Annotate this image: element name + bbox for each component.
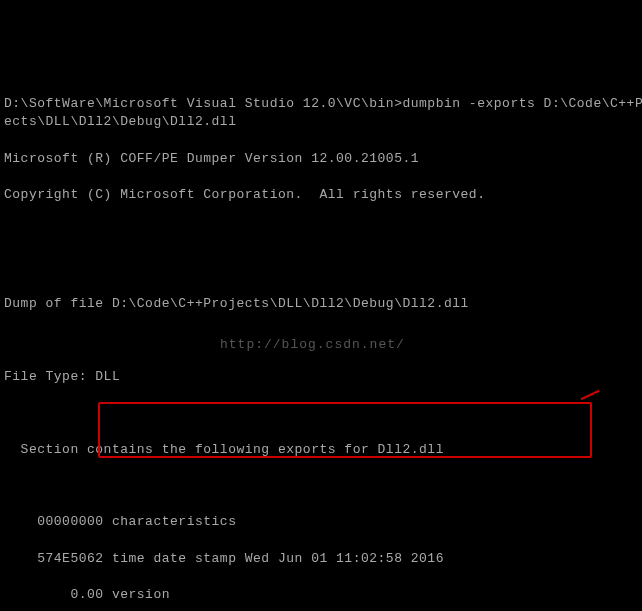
file-type: File Type: DLL — [4, 368, 638, 386]
dumper-version: Microsoft (R) COFF/PE Dumper Version 12.… — [4, 150, 638, 168]
watermark-text: http://blog.csdn.net/ — [220, 336, 405, 354]
characteristics: 00000000 characteristics — [4, 513, 638, 531]
blank — [4, 259, 638, 277]
section-header: Section contains the following exports f… — [4, 441, 638, 459]
command-prompt: D:\SoftWare\Microsoft Visual Studio 12.0… — [4, 95, 638, 131]
version: 0.00 version — [4, 586, 638, 604]
copyright: Copyright (C) Microsoft Corporation. All… — [4, 186, 638, 204]
blank — [4, 477, 638, 495]
blank — [4, 404, 638, 422]
blank — [4, 222, 638, 240]
dump-of-file: Dump of file D:\Code\C++Projects\DLL\Dll… — [4, 295, 638, 313]
timestamp: 574E5062 time date stamp Wed Jun 01 11:0… — [4, 550, 638, 568]
